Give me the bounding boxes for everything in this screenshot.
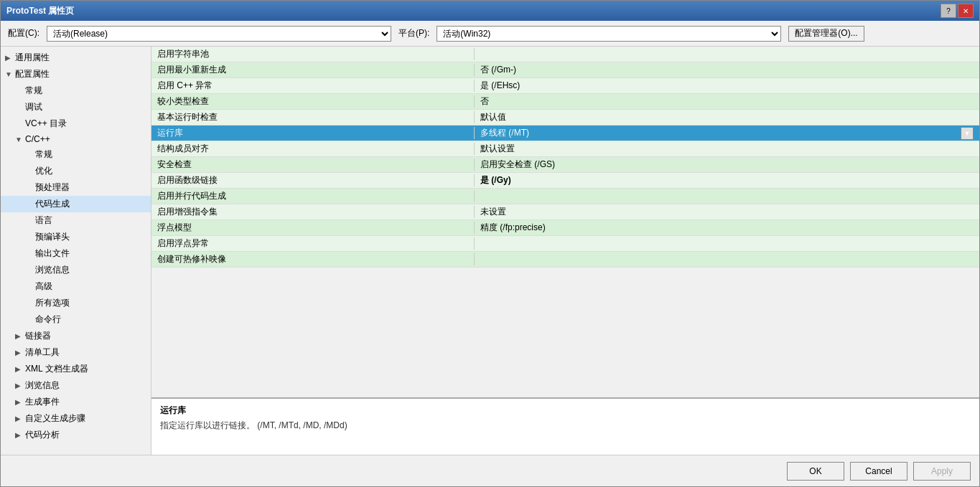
property-value-text: 是 (/EHsc) <box>480 80 974 92</box>
sidebar-item-cpp-opt[interactable]: 优化 <box>1 163 151 179</box>
table-row[interactable]: 创建可热修补映像 <box>151 252 979 268</box>
sidebar-item-cpp-adv[interactable]: 高级 <box>1 278 151 295</box>
table-row[interactable]: 启用浮点异常 <box>151 236 979 252</box>
property-value[interactable]: 多线程 (/MT)▼ <box>475 127 979 140</box>
sidebar-item-debug[interactable]: 调试 <box>1 99 151 115</box>
property-value: 否 (/Gm-) <box>475 64 979 76</box>
ok-button[interactable]: OK <box>787 462 844 481</box>
table-row[interactable]: 启用增强指令集未设置 <box>151 204 979 220</box>
sidebar-item-label-cpp-code: 代码生成 <box>35 198 70 210</box>
sidebar-item-label-cpp-lang: 语言 <box>35 214 52 227</box>
sidebar-item-label-cpp-pch: 预编译头 <box>35 231 70 243</box>
property-value: 未设置 <box>475 206 979 218</box>
cancel-button[interactable]: Cancel <box>850 462 907 481</box>
table-row[interactable]: 安全检查启用安全检查 (/GS) <box>151 157 979 173</box>
sidebar-item-cpp-out[interactable]: 输出文件 <box>1 245 151 262</box>
table-row[interactable]: 启用 C++ 异常是 (/EHsc) <box>151 78 979 94</box>
sidebar-item-cpp-pch[interactable]: 预编译头 <box>1 229 151 245</box>
sidebar-item-build-events[interactable]: ▶生成事件 <box>1 394 151 410</box>
sidebar-item-cpp-general[interactable]: 常规 <box>1 146 151 163</box>
sidebar-item-label-general: 常规 <box>25 85 42 97</box>
sidebar-item-general-props[interactable]: ▶通用属性 <box>1 49 151 66</box>
expand-icon: ▶ <box>15 431 22 439</box>
expand-icon: ▶ <box>15 365 22 373</box>
sidebar: ▶通用属性▼配置属性常规调试VC++ 目录▼C/C++常规优化预处理器代码生成语… <box>1 47 151 455</box>
sidebar-item-config-props[interactable]: ▼配置属性 <box>1 66 151 82</box>
sidebar-item-label-custom-build: 自定义生成步骤 <box>25 412 85 425</box>
sidebar-item-cpp-lang[interactable]: 语言 <box>1 212 151 229</box>
sidebar-item-general[interactable]: 常规 <box>1 82 151 99</box>
sidebar-item-cpp-code[interactable]: 代码生成 <box>1 196 151 212</box>
property-value: 默认值 <box>475 111 979 123</box>
sidebar-item-label-code-analysis: 代码分析 <box>25 429 60 441</box>
table-row[interactable]: 启用最小重新生成否 (/Gm-) <box>151 62 979 78</box>
sidebar-item-custom-build[interactable]: ▶自定义生成步骤 <box>1 410 151 427</box>
sidebar-item-cpp-cmd[interactable]: 命令行 <box>1 311 151 328</box>
table-row[interactable]: 运行库多线程 (/MT)▼ <box>151 126 979 141</box>
collapse-icon: ▼ <box>15 136 22 143</box>
table-row[interactable]: 较小类型检查否 <box>151 94 979 110</box>
table-row[interactable]: 结构成员对齐默认设置 <box>151 141 979 157</box>
sidebar-item-label-cpp-out: 输出文件 <box>35 247 70 260</box>
sidebar-item-xml-gen[interactable]: ▶XML 文档生成器 <box>1 361 151 377</box>
property-value-text: 否 <box>480 95 974 108</box>
table-row[interactable]: 启用函数级链接是 (/Gy) <box>151 173 979 189</box>
property-value: 否 <box>475 95 979 108</box>
main-content: ▶通用属性▼配置属性常规调试VC++ 目录▼C/C++常规优化预处理器代码生成语… <box>1 47 979 455</box>
property-name: 浮点模型 <box>151 222 475 234</box>
config-manager-button[interactable]: 配置管理器(O)... <box>788 26 864 42</box>
property-value-text: 默认设置 <box>480 143 974 155</box>
bottom-bar: OK Cancel Apply <box>1 455 979 486</box>
sidebar-item-cpp-browse[interactable]: 浏览信息 <box>1 262 151 278</box>
property-name: 创建可热修补映像 <box>151 253 475 265</box>
expand-icon: ▶ <box>15 349 22 356</box>
property-value: 是 (/EHsc) <box>475 80 979 92</box>
table-row[interactable]: 基本运行时检查默认值 <box>151 110 979 126</box>
sidebar-item-cpp-all[interactable]: 所有选项 <box>1 295 151 311</box>
help-button[interactable]: ? <box>941 4 956 18</box>
table-row[interactable]: 浮点模型精度 (/fp:precise) <box>151 220 979 236</box>
expand-icon: ▶ <box>15 332 22 340</box>
description-text: 指定运行库以进行链接。 (/MT, /MTd, /MD, /MDd) <box>160 420 971 432</box>
sidebar-item-label-debug: 调试 <box>25 101 42 113</box>
sidebar-item-linker[interactable]: ▶链接器 <box>1 328 151 344</box>
dropdown-button[interactable]: ▼ <box>961 127 974 140</box>
property-value-text: 未设置 <box>480 206 974 218</box>
sidebar-item-cpp[interactable]: ▼C/C++ <box>1 132 151 146</box>
sidebar-item-label-config-props: 配置属性 <box>15 68 50 80</box>
close-button[interactable]: ✕ <box>958 4 974 18</box>
property-value-text: 是 (/Gy) <box>480 174 974 186</box>
title-bar-buttons: ? ✕ <box>941 4 974 18</box>
content-area: 启用字符串池启用最小重新生成否 (/Gm-)启用 C++ 异常是 (/EHsc)… <box>151 47 979 455</box>
property-value: 是 (/Gy) <box>475 174 979 186</box>
sidebar-item-manifest[interactable]: ▶清单工具 <box>1 344 151 361</box>
property-name: 基本运行时检查 <box>151 111 475 123</box>
config-select[interactable]: 活动(Release) <box>47 26 391 42</box>
sidebar-item-label-cpp-opt: 优化 <box>35 165 52 177</box>
platform-select[interactable]: 活动(Win32) <box>437 26 781 42</box>
sidebar-item-code-analysis[interactable]: ▶代码分析 <box>1 427 151 443</box>
property-value: 默认设置 <box>475 143 979 155</box>
apply-button[interactable]: Apply <box>913 462 971 481</box>
property-name: 启用 C++ 异常 <box>151 80 475 92</box>
table-row[interactable]: 启用字符串池 <box>151 47 979 62</box>
sidebar-item-label-cpp-all: 所有选项 <box>35 297 70 309</box>
sidebar-item-label-cpp-cmd: 命令行 <box>35 313 61 326</box>
property-value-text: 否 (/Gm-) <box>480 64 974 76</box>
sidebar-item-label-cpp-pre: 预处理器 <box>35 181 70 194</box>
property-name: 启用函数级链接 <box>151 174 475 186</box>
sidebar-item-label-browse-info: 浏览信息 <box>25 379 60 392</box>
table-row[interactable]: 启用并行代码生成 <box>151 189 979 204</box>
property-value-text: 精度 (/fp:precise) <box>480 222 974 234</box>
title-bar: ProtoTest 属性页 ? ✕ <box>1 1 979 21</box>
sidebar-item-cpp-pre[interactable]: 预处理器 <box>1 179 151 196</box>
sidebar-item-label-cpp-adv: 高级 <box>35 280 52 293</box>
sidebar-item-browse-info[interactable]: ▶浏览信息 <box>1 377 151 394</box>
property-name: 启用并行代码生成 <box>151 190 475 202</box>
sidebar-item-label-cpp-browse: 浏览信息 <box>35 264 70 276</box>
config-label: 配置(C): <box>8 27 39 39</box>
property-name: 启用增强指令集 <box>151 206 475 218</box>
sidebar-item-label-manifest: 清单工具 <box>25 346 60 359</box>
sidebar-item-vc-dirs[interactable]: VC++ 目录 <box>1 115 151 132</box>
properties-table: 启用字符串池启用最小重新生成否 (/Gm-)启用 C++ 异常是 (/EHsc)… <box>151 47 979 397</box>
